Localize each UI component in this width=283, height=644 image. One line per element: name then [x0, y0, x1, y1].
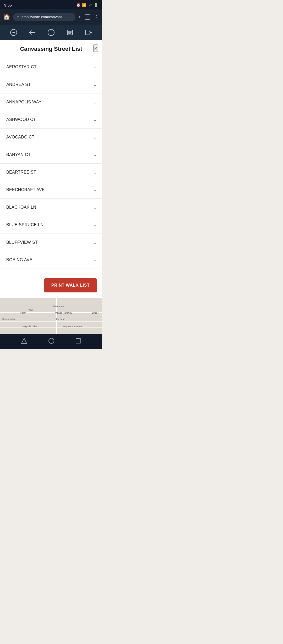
add-tab-button[interactable]: + — [78, 14, 81, 20]
street-list-item[interactable]: ANDREA ST ⌄ — [0, 76, 102, 93]
map-label: Lime A — [92, 312, 99, 314]
svg-text:!: ! — [51, 30, 52, 35]
map-background: Village ParkwayBegonia DriveRaymond Aven… — [0, 298, 102, 334]
street-name: BEECHCRAFT AVE — [6, 187, 45, 192]
street-name: BEARTREE ST — [6, 170, 36, 175]
street-name: BANYAN CT — [6, 152, 31, 157]
status-icons: ⏰ 📶 5G 🔋 — [76, 3, 98, 7]
street-list-item[interactable]: AEROSTAR CT ⌄ — [0, 58, 102, 76]
tab-count[interactable]: 2 — [85, 14, 90, 20]
svg-rect-10 — [76, 338, 81, 343]
map-road — [0, 321, 102, 322]
alarm-icon: ⏰ — [76, 3, 80, 7]
street-list-item[interactable]: BANYAN CT ⌄ — [0, 146, 102, 164]
chevron-down-icon: ⌄ — [93, 240, 97, 245]
street-list-item[interactable]: BOEING AVE ⌄ — [0, 251, 102, 269]
map-label: Raymond Avenue — [63, 325, 82, 328]
map-label: Beech Ave — [53, 305, 64, 308]
street-list-item[interactable]: ANNAPOLIS WAY ⌄ — [0, 93, 102, 111]
chevron-down-icon: ⌄ — [93, 204, 97, 210]
nav-toolbar: ! — [0, 25, 102, 40]
home-button[interactable]: 🏠 — [3, 14, 10, 20]
more-options-button[interactable]: ⋮ — [94, 14, 99, 20]
chevron-down-icon: ⌄ — [93, 117, 97, 123]
chevron-down-icon: ⌄ — [93, 64, 97, 70]
map-label: way — [29, 309, 33, 311]
chevron-down-icon: ⌄ — [93, 257, 97, 263]
street-list-item[interactable]: BEARTREE ST ⌄ — [0, 164, 102, 181]
signal-icon: 📶 — [82, 3, 86, 7]
list-button[interactable] — [64, 27, 76, 38]
street-list-item[interactable]: BLUFFVIEW ST ⌄ — [0, 234, 102, 251]
map-area: Village ParkwayBegonia DriveRaymond Aven… — [0, 298, 102, 334]
modal-header: Canvassing Street List × — [0, 40, 102, 55]
chevron-down-icon: ⌄ — [93, 152, 97, 158]
share-button[interactable] — [83, 27, 94, 38]
chevron-down-icon: ⌄ — [93, 134, 97, 140]
street-name: AEROSTAR CT — [6, 65, 37, 69]
map-label: tail Lane — [56, 318, 65, 320]
street-list: AEROSTAR CT ⌄ ANDREA ST ⌄ ANNAPOLIS WAY … — [0, 58, 102, 269]
street-list-item[interactable]: AVOCADO CT ⌄ — [0, 129, 102, 146]
map-road — [56, 298, 57, 334]
street-list-item[interactable]: BLACKOAK LN ⌄ — [0, 199, 102, 216]
svg-point-9 — [49, 338, 54, 343]
svg-marker-8 — [21, 338, 27, 343]
map-label: Perm — [20, 312, 26, 314]
security-icon: ⊙ — [17, 15, 19, 19]
chevron-down-icon: ⌄ — [93, 99, 97, 105]
print-button-container: PRINT WALK LIST — [0, 274, 102, 298]
svg-rect-7 — [85, 30, 90, 35]
info-button[interactable]: ! — [45, 27, 57, 38]
map-road — [0, 312, 102, 313]
map-label: Village Parkway — [55, 312, 72, 314]
back-nav-button[interactable] — [21, 338, 27, 345]
chevron-down-icon: ⌄ — [93, 187, 97, 193]
url-bar[interactable]: ⊙ amplifyvote.com/canvass — [13, 13, 75, 21]
map-label: Honeysuckle — [2, 318, 16, 320]
modal-container: Canvassing Street List × AEROSTAR CT ⌄ A… — [0, 40, 102, 274]
street-name: BLACKOAK LN — [6, 205, 36, 210]
browser-bar: 🏠 ⊙ amplifyvote.com/canvass + 2 ⋮ — [0, 9, 102, 25]
bottom-nav — [0, 334, 102, 349]
street-name: ANDREA ST — [6, 82, 31, 87]
map-road — [31, 298, 31, 334]
street-name: BLUFFVIEW ST — [6, 240, 38, 245]
street-list-item[interactable]: BEECHCRAFT AVE ⌄ — [0, 181, 102, 199]
chevron-down-icon: ⌄ — [93, 169, 97, 175]
browser-actions: + 2 ⋮ — [78, 14, 99, 20]
network-label: 5G — [88, 3, 92, 7]
home-nav-button[interactable] — [48, 338, 54, 345]
status-bar: 9:55 ⏰ 📶 5G 🔋 — [0, 0, 102, 9]
announce-button[interactable] — [8, 27, 19, 38]
street-list-item[interactable]: ASHWOOD CT ⌄ — [0, 111, 102, 129]
url-text: amplifyvote.com/canvass — [21, 15, 62, 19]
street-name: AVOCADO CT — [6, 135, 35, 140]
chevron-down-icon: ⌄ — [93, 222, 97, 228]
close-button[interactable]: × — [93, 45, 98, 52]
modal-title: Canvassing Street List — [20, 46, 82, 52]
street-name: ASHWOOD CT — [6, 117, 36, 122]
print-walk-list-button[interactable]: PRINT WALK LIST — [44, 278, 97, 292]
chevron-down-icon: ⌄ — [93, 82, 97, 87]
map-road — [77, 298, 77, 334]
street-name: BLUE SPRUCE LN — [6, 223, 43, 227]
street-list-item[interactable]: BLUE SPRUCE LN ⌄ — [0, 216, 102, 234]
map-road — [0, 327, 102, 327]
status-time: 9:55 — [4, 3, 12, 7]
back-button[interactable] — [26, 27, 38, 38]
map-label: Begonia Drive — [23, 325, 37, 328]
street-name: ANNAPOLIS WAY — [6, 100, 42, 104]
battery-icon: 🔋 — [94, 3, 98, 7]
street-name: BOEING AVE — [6, 258, 32, 262]
recents-nav-button[interactable] — [76, 338, 81, 345]
